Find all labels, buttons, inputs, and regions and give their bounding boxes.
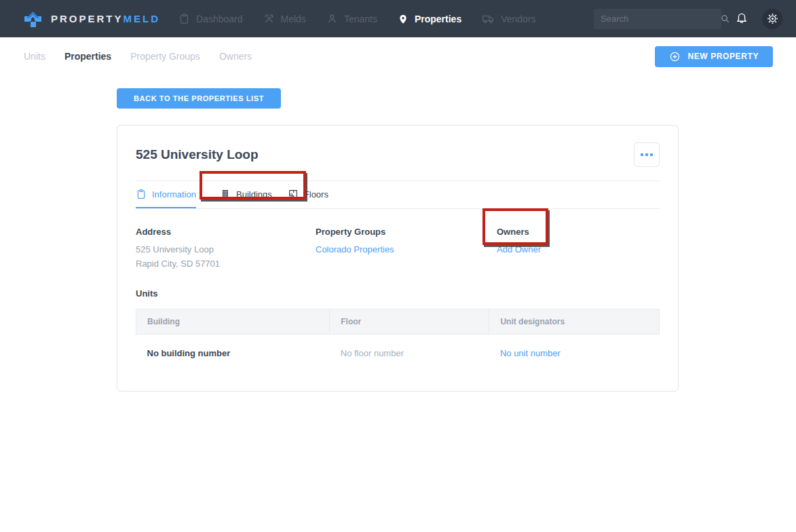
address-line-2: Rapid City, SD 57701 xyxy=(136,257,316,271)
nav-item-melds[interactable]: Melds xyxy=(263,13,306,24)
address-section: Address 525 University Loop Rapid City, … xyxy=(136,227,316,271)
subnav-item-properties[interactable]: Properties xyxy=(64,51,111,62)
properties-icon xyxy=(398,14,409,24)
nav-item-properties[interactable]: Properties xyxy=(398,14,461,24)
property-group-link[interactable]: Colorado Properties xyxy=(316,244,394,254)
subnav-item-property-groups[interactable]: Property Groups xyxy=(130,51,200,62)
dot-icon xyxy=(641,153,643,156)
dashboard-icon xyxy=(178,13,190,24)
brand-meld-text: MELD xyxy=(124,13,161,24)
settings-gear-icon[interactable] xyxy=(762,9,782,29)
floor-cell: No floor number xyxy=(330,334,489,358)
nav-item-dashboard[interactable]: Dashboard xyxy=(178,13,243,24)
building-cell: No building number xyxy=(136,334,330,358)
card-tabs: Information Buildings xyxy=(136,181,660,209)
address-heading: Address xyxy=(136,227,316,237)
tab-information[interactable]: Information xyxy=(136,181,196,208)
property-groups-section: Property Groups Colorado Properties xyxy=(316,227,493,271)
property-info-grid: Address 525 University Loop Rapid City, … xyxy=(136,209,660,271)
nav-item-vendors[interactable]: Vendors xyxy=(482,13,535,24)
topnav-right xyxy=(594,9,782,29)
address-line-1: 525 University Loop xyxy=(136,243,316,257)
melds-icon xyxy=(263,13,275,24)
nav-item-label: Melds xyxy=(281,14,306,24)
nav-item-label: Vendors xyxy=(501,14,535,24)
subnav-item-owners[interactable]: Owners xyxy=(219,51,252,62)
property-title: 525 University Loop xyxy=(136,147,259,162)
nav-item-label: Properties xyxy=(415,14,461,24)
table-row: No building number No floor number No un… xyxy=(136,334,660,358)
nav-item-label: Dashboard xyxy=(196,14,243,24)
tab-buildings[interactable]: Buildings xyxy=(220,181,272,208)
new-property-button[interactable]: NEW PROPERTY xyxy=(655,46,773,67)
plus-circle-icon xyxy=(669,51,681,62)
primary-nav: Dashboard Melds Tenants xyxy=(178,13,536,24)
property-groups-heading: Property Groups xyxy=(316,227,493,237)
nav-item-label: Tenants xyxy=(344,14,377,24)
units-heading: Units xyxy=(136,288,660,299)
card-title-row: 525 University Loop xyxy=(136,126,660,181)
notifications-bell-icon[interactable] xyxy=(735,12,748,26)
search-input[interactable] xyxy=(601,14,720,24)
owners-section: Owners Add Owner xyxy=(493,227,660,271)
tenants-icon xyxy=(326,13,338,24)
unit-cell: No unit number xyxy=(489,334,660,358)
vendors-icon xyxy=(482,13,495,24)
column-header-unit-designators: Unit designators xyxy=(489,309,660,334)
subnav-item-units[interactable]: Units xyxy=(24,51,45,62)
brand-logo[interactable]: PROPERTYMELD xyxy=(24,10,160,28)
units-table-header-row: Building Floor Unit designators xyxy=(136,309,660,334)
property-detail-card: 525 University Loop Information xyxy=(117,125,679,392)
secondary-nav: Units Properties Property Groups Owners … xyxy=(0,37,796,75)
dot-icon xyxy=(650,153,653,156)
add-owner-link[interactable]: Add Owner xyxy=(497,244,541,254)
units-table: Building Floor Unit designators No build… xyxy=(136,309,660,358)
floors-icon xyxy=(288,189,299,200)
brand-text: PROPERTYMELD xyxy=(51,13,160,24)
brand-property-text: PROPERTY xyxy=(51,13,124,24)
more-options-button[interactable] xyxy=(634,142,660,167)
unit-number-link[interactable]: No unit number xyxy=(500,348,561,358)
buildings-icon xyxy=(220,189,231,200)
tab-label: Floors xyxy=(304,189,328,200)
tab-label: Information xyxy=(152,189,196,200)
tab-floors[interactable]: Floors xyxy=(288,181,328,208)
dot-icon xyxy=(645,153,648,156)
top-navbar: PROPERTYMELD Dashboard Melds xyxy=(0,0,796,37)
search-icon xyxy=(720,14,730,24)
column-header-building: Building xyxy=(136,309,330,334)
propertymeld-logo-icon xyxy=(24,10,42,28)
owners-heading: Owners xyxy=(497,227,660,237)
column-header-floor: Floor xyxy=(330,309,489,334)
new-property-label: NEW PROPERTY xyxy=(687,52,759,61)
search-box[interactable] xyxy=(594,9,721,29)
nav-item-tenants[interactable]: Tenants xyxy=(326,13,377,24)
information-icon xyxy=(136,189,147,200)
back-to-properties-list-button[interactable]: BACK TO THE PROPERTIES LIST xyxy=(117,88,281,109)
tab-label: Buildings xyxy=(236,189,272,200)
